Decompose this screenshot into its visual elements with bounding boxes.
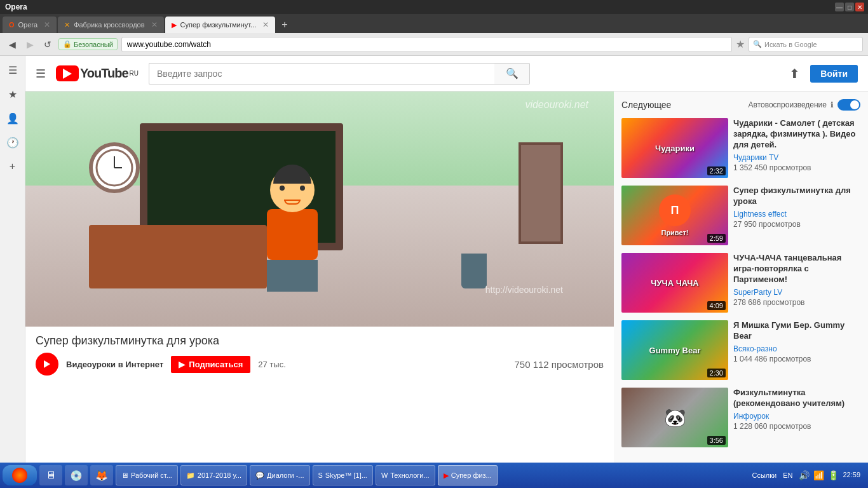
rec-thumb-1: Чударики 2:32 <box>621 118 728 178</box>
bookmark-icon[interactable]: ★ <box>736 38 745 50</box>
rec-channel-2[interactable]: Lightness effect <box>733 210 860 219</box>
subscriber-count: 27 тыс. <box>258 360 285 369</box>
taskbar-show-desktop[interactable]: 🖥 <box>39 465 62 485</box>
rec-title-5: Физкультминутка (рекомендовано учителям) <box>733 388 860 409</box>
rec-item-3[interactable]: ЧУЧА ЧАЧА 4:09 ЧУЧА-ЧАЧА танцевальная иг… <box>621 253 860 313</box>
taskbar-youtube-btn[interactable]: ▶ Супер физ... <box>438 465 498 485</box>
tab-2-close[interactable]: ✕ <box>151 20 158 29</box>
close-button[interactable]: ✕ <box>855 3 864 11</box>
tech-label: Технологи... <box>390 471 429 479</box>
youtube-taskbar-label: Супер физ... <box>451 471 492 479</box>
sidebar-add-icon[interactable]: + <box>4 158 22 175</box>
desktop-label: Рабочий ст... <box>131 471 172 479</box>
rec-channel-4[interactable]: Всяко-разно <box>733 344 860 353</box>
yt-content: videouroki.net http://videouroki.net Суп… <box>25 92 868 488</box>
upload-button[interactable]: ⬆ <box>789 66 800 81</box>
forward-button[interactable]: ▶ <box>23 37 37 51</box>
start-button[interactable] <box>3 465 37 485</box>
subscribe-button[interactable]: ▶ Подписаться <box>171 356 250 373</box>
rec-duration-1: 2:32 <box>707 166 726 175</box>
video-area: videouroki.net http://videouroki.net Суп… <box>25 92 614 488</box>
hamburger-menu[interactable]: ☰ <box>36 67 46 81</box>
minimize-button[interactable]: — <box>835 3 844 11</box>
dialogi-icon: 💬 <box>255 471 264 480</box>
url-input[interactable] <box>121 37 732 52</box>
battery-icon[interactable]: 🔋 <box>828 470 839 480</box>
tab-bar: O Opera ✕ ✕ Фабрика кроссвордов ✕ ▶ Супе… <box>0 14 868 33</box>
rec-channel-1[interactable]: Чударики TV <box>733 153 860 162</box>
rec-title-1: Чударики - Самолет ( детская зарядка, фи… <box>733 118 860 151</box>
rec-item-2[interactable]: П Привет! 2:59 Супер физкультминутка для… <box>621 186 860 245</box>
channel-name[interactable]: Видеоуроки в Интернет <box>66 360 163 369</box>
rec-views-4: 1 044 486 просмотров <box>733 355 860 363</box>
folder-label: 2017-2018 у... <box>198 471 241 479</box>
rec-channel-3[interactable]: SuperParty LV <box>733 288 860 297</box>
video-info: Супер физкультминутка для урока Видеоуро… <box>25 327 614 383</box>
search-box[interactable]: 🔍 Искать в Google <box>749 37 863 52</box>
yt-search-button[interactable]: 🔍 <box>494 63 530 85</box>
rec-item-1[interactable]: Чударики 2:32 Чударики - Самолет ( детск… <box>621 118 860 178</box>
clock <box>89 142 140 193</box>
recommendations-sidebar: Следующее Автовоспроизведение ℹ Чударики… <box>614 92 868 488</box>
rec-item-5[interactable]: 🐼 3:56 Физкультминутка (рекомендовано уч… <box>621 388 860 447</box>
rec-channel-5[interactable]: Инфоурок <box>733 412 860 421</box>
tab-1[interactable]: O Opera ✕ <box>3 17 57 33</box>
refresh-button[interactable]: ↺ <box>41 37 55 51</box>
tab-1-close[interactable]: ✕ <box>44 20 50 29</box>
taskbar-folder-btn[interactable]: 📁 2017-2018 у... <box>180 465 247 485</box>
rec-views-1: 1 352 450 просмотров <box>733 163 860 172</box>
taskbar-misc[interactable]: 🦊 <box>90 465 113 485</box>
yt-search-bar: 🔍 <box>149 63 530 85</box>
info-icon[interactable]: ℹ <box>831 100 834 109</box>
char-head <box>270 168 315 212</box>
tab-2[interactable]: ✕ Фабрика кроссвордов ✕ <box>58 17 163 33</box>
sidebar-menu-icon[interactable]: ☰ <box>4 61 22 79</box>
system-clock[interactable]: 22:59 <box>843 470 860 480</box>
sidebar-history-icon[interactable]: 🕐 <box>4 133 22 151</box>
rec-item-4[interactable]: Gummy Bear 2:30 Я Мишка Гуми Бер. Gummy … <box>621 320 860 380</box>
rec-views-2: 27 950 просмотров <box>733 220 860 229</box>
toggle-knob <box>850 100 859 109</box>
autoplay-label: Автовоспроизведение <box>749 100 827 109</box>
lock-icon: 🔒 <box>63 40 72 48</box>
autoplay-toggle[interactable] <box>837 99 860 111</box>
tab-1-title: Opera <box>18 21 38 29</box>
yt-logo[interactable]: YouTube RU <box>56 65 139 81</box>
back-button[interactable]: ◀ <box>5 37 19 51</box>
rec-info-2: Супер физкультминутка для урока Lightnes… <box>733 186 860 245</box>
yt-logo-ru: RU <box>130 70 139 77</box>
sidebar-bookmark-icon[interactable]: ★ <box>4 85 22 103</box>
tab-3-close[interactable]: ✕ <box>262 20 269 29</box>
yt-search-input[interactable] <box>149 63 494 85</box>
tab-3[interactable]: ▶ Супер физкультминут... ✕ <box>165 17 276 33</box>
char-body <box>267 209 318 260</box>
title-bar: Opera — □ ✕ <box>0 0 868 14</box>
desk <box>89 225 267 288</box>
secure-badge: 🔒 Безопасный <box>58 38 118 50</box>
volume-icon[interactable]: 🔊 <box>799 470 810 480</box>
rec-title-3: ЧУЧА-ЧАЧА танцевальная игра-повторялка с… <box>733 253 860 285</box>
browser-name: Opera <box>5 3 27 11</box>
char-pants <box>267 260 318 292</box>
rec-views-5: 1 228 060 просмотров <box>733 422 860 431</box>
rec-duration-2: 2:59 <box>707 234 726 243</box>
network-icon[interactable]: 📶 <box>813 470 824 480</box>
taskbar-tech-btn[interactable]: W Технологи... <box>376 465 435 485</box>
browser-sidebar: ☰ ★ 👤 🕐 + <box>0 56 25 463</box>
taskbar-desktop-btn[interactable]: 🖥 Рабочий ст... <box>116 465 178 485</box>
tab-2-favicon: ✕ <box>64 21 70 29</box>
new-tab-button[interactable]: + <box>276 17 292 33</box>
language-button[interactable]: EN <box>780 471 795 479</box>
word-icon: W <box>381 471 388 479</box>
rec-thumb-2: П Привет! 2:59 <box>621 186 728 245</box>
next-label: Следующее <box>621 100 671 110</box>
taskbar-skype-btn[interactable]: S Skype™ [1]... <box>313 465 373 485</box>
signin-button[interactable]: Войти <box>810 65 858 83</box>
maximize-button[interactable]: □ <box>845 3 854 11</box>
taskbar-media[interactable]: 💿 <box>65 465 88 485</box>
taskbar: 🖥 💿 🦊 🖥 Рабочий ст... 📁 2017-2018 у... 💬… <box>0 463 868 488</box>
sidebar-user-icon[interactable]: 👤 <box>4 109 22 127</box>
video-player[interactable]: videouroki.net http://videouroki.net <box>25 92 614 327</box>
desktop-icon: 🖥 <box>121 471 128 479</box>
taskbar-dialogi-btn[interactable]: 💬 Диалоги -... <box>250 465 309 485</box>
